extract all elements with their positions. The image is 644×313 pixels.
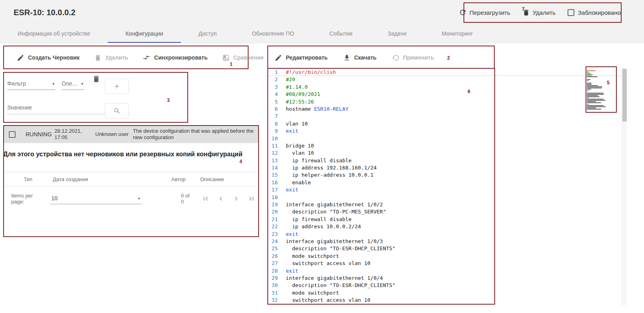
line-number: 21 [267, 216, 278, 223]
config-code-editor[interactable]: 1#!/usr/bin/clish2#203#1.14.04#08/09/202… [267, 69, 622, 305]
code-line-12[interactable]: 12 vlan 10 [267, 150, 622, 157]
minimap-line [587, 104, 589, 105]
line-number: 25 [267, 245, 278, 252]
code-line-6[interactable]: 6hostname ESR10-RELAY [267, 106, 622, 113]
code-line-23[interactable]: 23exit [267, 231, 622, 238]
code-line-4[interactable]: 4#08/09/2021 [267, 91, 622, 98]
line-number: 4 [267, 91, 278, 98]
editor-minimap[interactable] [587, 70, 616, 110]
device-header: ESR-10: 10.0.0.2 Перезагрузить Удалить З… [0, 0, 644, 25]
code-line-15[interactable]: 15 ip helper-address 10.0.0.1 [267, 171, 622, 179]
code-line-2[interactable]: 2#20 [267, 76, 622, 83]
line-text: switchport access vlan 10 [286, 297, 370, 304]
first-page-button[interactable] [198, 191, 213, 206]
filter-value-input[interactable] [7, 103, 106, 114]
sync-button[interactable]: Синхронизировать [142, 54, 207, 62]
edit-config-button[interactable]: Редактировать [275, 54, 328, 62]
tab-firmware-update[interactable]: Обновление ПО [234, 25, 312, 43]
code-line-29[interactable]: 29interface gigabitethernet 1/0/4 [267, 275, 622, 282]
code-line-28[interactable]: 28exit [267, 267, 622, 275]
scrollbar-thumb[interactable] [622, 69, 627, 122]
next-page-button[interactable] [229, 191, 244, 206]
code-line-26[interactable]: 26 mode switchport [267, 253, 622, 260]
line-number: 17 [267, 186, 278, 193]
code-line-19[interactable]: 19interface gigabitethernet 1/0/2 [267, 201, 622, 208]
line-number: 6 [267, 106, 278, 113]
filter-field-select[interactable]: Фильтр ▼ [7, 78, 55, 90]
line-number: 24 [267, 238, 278, 245]
tab-tasks[interactable]: Задачи [370, 25, 424, 43]
create-draft-button[interactable]: Создать Черновик [17, 54, 80, 62]
history-icon [392, 54, 399, 62]
code-line-13[interactable]: 13 ip firewall disable [267, 157, 622, 164]
locked-checkbox[interactable]: Заблокировано [568, 9, 621, 16]
filter-panel: Фильтр ▼ Опе... ▼ [3, 72, 188, 123]
delete-label: Удалить [533, 9, 556, 16]
code-line-24[interactable]: 24interface gigabitethernet 1/0/3 [267, 238, 622, 245]
line-text: ip firewall disable [286, 216, 351, 223]
config-description: The device configuration that was applie… [133, 128, 259, 141]
tab-access[interactable]: Доступ [181, 25, 235, 43]
code-line-11[interactable]: 11bridge 10 [267, 142, 622, 150]
minimap-line [587, 84, 592, 85]
search-filter-button[interactable] [105, 103, 129, 118]
code-line-32[interactable]: 32 switchport access vlan 10 [267, 297, 622, 304]
code-line-9[interactable]: 9exit [267, 128, 622, 135]
line-number: 19 [267, 201, 278, 208]
line-text: description "TO-ESR-DHCP_CLIENTS" [286, 245, 395, 252]
chevron-down-icon: ▼ [52, 82, 55, 87]
code-line-18[interactable]: 18 [267, 194, 622, 201]
tab-events[interactable]: События [312, 25, 370, 43]
items-per-page-select[interactable]: 10 ▼ [50, 193, 142, 204]
code-line-10[interactable]: 10 [267, 135, 622, 142]
code-line-5[interactable]: 5#12:55:26 [267, 98, 622, 106]
running-config-row[interactable]: RUNNING 28.12.2021, 17:05 Unknown user T… [3, 126, 259, 143]
code-line-30[interactable]: 30 description "TO-ESR-DHCP_CLIENTS" [267, 282, 622, 289]
delete-config-button[interactable]: Удалить [94, 54, 128, 62]
code-line-1[interactable]: 1#!/usr/bin/clish [267, 69, 622, 76]
filter-clear-button[interactable] [92, 75, 100, 83]
code-line-3[interactable]: 3#1.14.0 [267, 84, 622, 91]
editor-scrollbar[interactable] [622, 69, 627, 305]
minimap-line [587, 74, 593, 75]
delete-device-button[interactable]: Удалить [522, 9, 556, 16]
apply-config-button[interactable]: Применить [392, 54, 434, 62]
filter-selects: Фильтр ▼ Опе... ▼ [7, 78, 84, 90]
chevron-left-icon [217, 195, 225, 203]
code-line-22[interactable]: 22 ip address 10.0.0.2/24 [267, 223, 622, 230]
code-line-16[interactable]: 16 enable [267, 179, 622, 186]
last-page-button[interactable] [244, 191, 259, 206]
reload-icon [459, 8, 467, 16]
add-filter-button[interactable] [105, 79, 129, 94]
row-checkbox[interactable] [9, 131, 16, 138]
compare-button[interactable]: Сравнение [222, 54, 264, 62]
filter-operation-select[interactable]: Опе... ▼ [62, 78, 84, 90]
download-config-button[interactable]: Скачать [343, 54, 377, 62]
code-line-25[interactable]: 25 description "TO-ESR-DHCP_CLIENTS" [267, 245, 622, 252]
minimap-line [587, 106, 606, 107]
code-line-8[interactable]: 8vlan 10 [267, 120, 622, 128]
code-line-14[interactable]: 14 ip address 192.168.160.1/24 [267, 164, 622, 171]
line-number: 15 [267, 171, 278, 179]
tab-configurations[interactable]: Конфигурации [108, 25, 181, 43]
code-line-7[interactable]: 7 [267, 113, 622, 120]
minimap-line [587, 98, 589, 98]
trash-icon [522, 9, 530, 16]
previous-page-button[interactable] [213, 191, 229, 206]
code-line-20[interactable]: 20 description "TO-PC-MES_SERVER" [267, 208, 622, 215]
minimap-line [587, 76, 598, 77]
line-text: interface gigabitethernet 1/0/2 [286, 201, 383, 208]
reload-device-button[interactable]: Перезагрузить [459, 8, 510, 16]
chevron-down-icon: ▼ [80, 82, 84, 87]
code-line-21[interactable]: 21 ip firewall disable [267, 216, 622, 223]
code-line-17[interactable]: 17exit [267, 186, 622, 193]
items-per-page-value: 10 [51, 195, 58, 201]
tab-device-info[interactable]: Информация об устройстве [0, 25, 108, 43]
line-text: #08/09/2021 [286, 91, 320, 98]
tab-monitoring[interactable]: Мониторинг [424, 25, 491, 43]
code-line-31[interactable]: 31 mode switchport [267, 289, 622, 297]
line-text: ip address 192.168.160.1/24 [286, 164, 377, 171]
sync-label: Синхронизировать [154, 54, 207, 61]
code-line-27[interactable]: 27 switchport access vlan 10 [267, 260, 622, 267]
minimap-line [587, 92, 616, 92]
